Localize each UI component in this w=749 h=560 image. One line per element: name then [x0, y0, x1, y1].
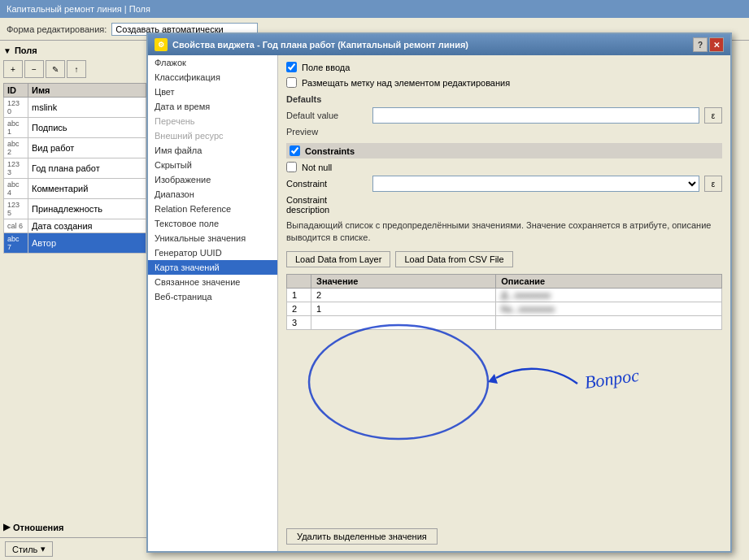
nav-item[interactable]: Дата и время [148, 99, 277, 114]
not-null-label: Not null [302, 163, 416, 172]
nav-item[interactable]: Уникальные значения [148, 231, 277, 245]
placement-row: Размещать метку над элементом редактиров… [286, 77, 722, 88]
fields-table: ID Имя 123 0mslinkabc 1Подписьabc 2Вид р… [3, 83, 146, 254]
nav-item[interactable]: Карта значений [148, 260, 277, 275]
defaults-section: Defaults Default value ε Preview [286, 94, 722, 137]
values-table: Значение Описание 12Д...xxxxxxxx21Ка...x… [286, 274, 722, 330]
relations-label: Отношения [13, 523, 63, 532]
edit-field-btn[interactable]: ✎ [46, 60, 65, 78]
nav-item[interactable]: Флажок [148, 55, 277, 70]
load-buttons-row: Load Data from Layer Load Data from CSV … [286, 251, 722, 267]
preview-label: Preview [286, 127, 368, 137]
table-row[interactable]: abc 4Комментарий [4, 179, 146, 199]
constraint-epsilon-btn[interactable]: ε [704, 176, 722, 192]
table-row[interactable]: abc 7Автор [4, 233, 146, 254]
title-bar: Капитальный ремонт линия | Поля [0, 0, 749, 18]
constraint-row: Constraint ε [286, 176, 722, 192]
values-col-desc-header: Описание [496, 274, 722, 288]
nav-item[interactable]: Relation Reference [148, 202, 277, 216]
default-value-label: Default value [286, 111, 368, 120]
nav-item[interactable]: Диапазон [148, 187, 277, 202]
nav-item[interactable]: Имя файла [148, 143, 277, 158]
fields-arrow-icon: ▼ [3, 46, 11, 55]
dialog-nav: ФлажокКлассификацияЦветДата и времяПереч… [148, 55, 278, 551]
window-title: Капитальный ремонт линия | Поля [7, 4, 150, 14]
bottom-style-bar: Стиль ▾ [0, 537, 150, 560]
style-button[interactable]: Стиль ▾ [5, 541, 53, 557]
field-type-cell: 123 0 [4, 98, 28, 118]
style-dropdown-icon: ▾ [41, 544, 46, 554]
delete-values-btn[interactable]: Удалить выделенные значения [286, 528, 438, 545]
not-null-checkbox[interactable] [286, 162, 297, 172]
values-desc-cell[interactable]: Д...xxxxxxxx [496, 288, 722, 302]
values-desc-cell[interactable]: Ка...xxxxxxxx [496, 302, 722, 315]
dialog-title-buttons: ? ✕ [693, 37, 724, 52]
values-table-row[interactable]: 12Д...xxxxxxxx [287, 288, 722, 302]
table-row[interactable]: 123 3Год плана работ [4, 158, 146, 179]
nav-item[interactable]: Цвет [148, 85, 277, 99]
defaults-label: Defaults [286, 94, 722, 104]
table-row[interactable]: abc 1Подпись [4, 118, 146, 138]
dialog-help-btn[interactable]: ? [693, 37, 708, 52]
dialog-body: ФлажокКлассификацияЦветДата и времяПереч… [148, 55, 730, 551]
nav-item[interactable]: Изображение [148, 172, 277, 187]
values-table-row[interactable]: 21Ка...xxxxxxxx [287, 302, 722, 315]
preview-row: Preview [286, 127, 722, 137]
left-panel: ▼ Поля + − ✎ ↑ ID Имя 123 0mslinkabc 1По… [0, 41, 150, 560]
widget-properties-dialog: ⚙ Свойства виджета - Год плана работ (Ка… [146, 33, 732, 553]
constraints-checkbox[interactable] [290, 145, 300, 156]
field-name-cell: mslink [28, 98, 146, 118]
constraints-label: Constraints [305, 146, 355, 156]
table-row[interactable]: 123 5Принадлежность [4, 199, 146, 219]
dialog-close-btn[interactable]: ✕ [709, 37, 724, 52]
field-type-cell: abc 4 [4, 179, 28, 199]
dialog-title-left: ⚙ Свойства виджета - Год плана работ (Ка… [155, 38, 468, 51]
placement-checkbox[interactable] [286, 77, 297, 88]
nav-item[interactable]: Классификация [148, 70, 277, 85]
col-id-header: ID [4, 84, 28, 98]
values-col-value-header: Значение [311, 274, 496, 288]
nav-item[interactable]: Генератор UUID [148, 245, 277, 260]
nav-item: Внешний ресурс [148, 128, 277, 143]
field-type-cell: 123 3 [4, 158, 28, 179]
fields-header[interactable]: ▼ Поля [3, 46, 146, 55]
field-input-checkbox[interactable] [286, 62, 297, 72]
nav-item[interactable]: Скрытый [148, 158, 277, 172]
main-window: Капитальный ремонт линия | Поля Форма ре… [0, 0, 749, 560]
values-table-row[interactable]: 3 [287, 315, 722, 329]
constraints-header[interactable]: Constraints [286, 143, 722, 158]
values-value-cell[interactable]: 2 [311, 288, 496, 302]
remove-field-btn[interactable]: − [24, 60, 44, 78]
description-text: Выпадающий список с предопределёнными зн… [286, 219, 722, 245]
table-row[interactable]: 123 0mslink [4, 98, 146, 118]
values-desc-cell[interactable] [496, 315, 722, 329]
values-col-num-header [287, 274, 311, 288]
nav-item[interactable]: Текстовое поле [148, 216, 277, 231]
move-up-btn[interactable]: ↑ [67, 60, 86, 78]
field-type-cell: abc 2 [4, 138, 28, 158]
field-type-cell: cal 6 [4, 219, 28, 233]
constraint-desc-row: Constraint description [286, 195, 722, 215]
field-input-label: Поле ввода [302, 63, 350, 72]
nav-item[interactable]: Связанное значение [148, 275, 277, 289]
values-value-cell[interactable]: 1 [311, 302, 496, 315]
table-row[interactable]: cal 6Дата создания [4, 219, 146, 233]
load-layer-btn[interactable]: Load Data from Layer [286, 251, 390, 267]
load-csv-btn[interactable]: Load Data from CSV File [395, 251, 512, 267]
values-value-cell[interactable] [311, 315, 496, 329]
field-type-cell: abc 1 [4, 118, 28, 138]
col-name-header: Имя [28, 84, 146, 98]
default-value-epsilon-btn[interactable]: ε [704, 107, 722, 124]
add-field-btn[interactable]: + [3, 60, 23, 78]
field-name-cell: Комментарий [28, 179, 146, 199]
constraint-desc-label: Constraint description [286, 195, 368, 215]
nav-item[interactable]: Веб-страница [148, 289, 277, 304]
dialog-title: Свойства виджета - Год плана работ (Капи… [172, 40, 468, 50]
relations-header[interactable]: ▶ Отношения [3, 522, 147, 532]
style-btn-label: Стиль [12, 545, 37, 554]
default-value-input[interactable] [372, 107, 699, 124]
field-name-cell: Принадлежность [28, 199, 146, 219]
dialog-icon: ⚙ [155, 38, 168, 51]
table-row[interactable]: abc 2Вид работ [4, 138, 146, 158]
constraint-select[interactable] [372, 176, 699, 192]
